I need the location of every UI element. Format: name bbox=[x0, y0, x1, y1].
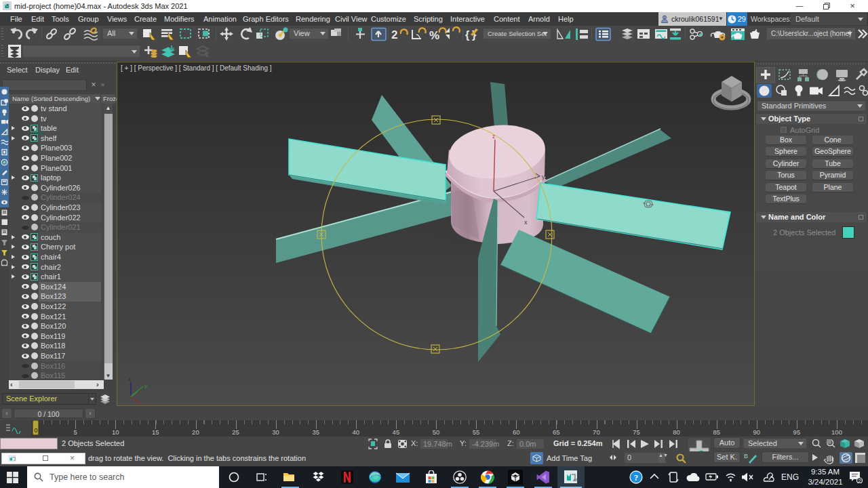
svg-text:2: 2 bbox=[858, 478, 861, 483]
svg-text:%: % bbox=[429, 29, 439, 42]
svg-text:y: y bbox=[144, 383, 147, 389]
svg-text:?: ? bbox=[634, 472, 639, 483]
svg-text:MAX: MAX bbox=[574, 478, 578, 482]
svg-text:y: y bbox=[542, 174, 545, 180]
svg-text:z: z bbox=[128, 376, 131, 382]
svg-text:x: x bbox=[141, 404, 144, 405]
svg-text:{: { bbox=[465, 29, 469, 41]
svg-text:[ + ] [ Perspective ] [ Standa: [ + ] [ Perspective ] [ Standard ] [ Def… bbox=[121, 64, 272, 72]
svg-text:x: x bbox=[524, 219, 528, 226]
svg-text:3: 3 bbox=[5, 3, 9, 9]
svg-text:2: 2 bbox=[391, 28, 397, 41]
